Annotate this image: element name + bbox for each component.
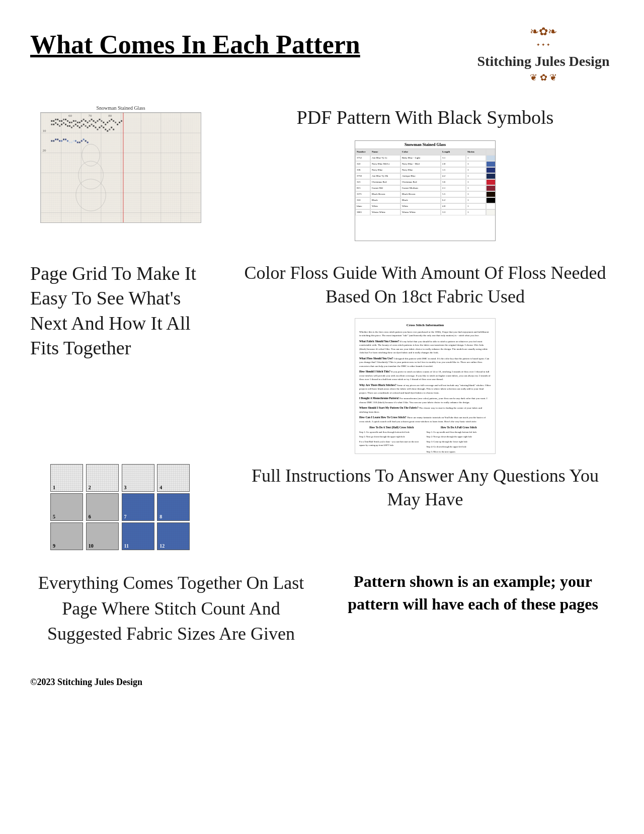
floss-length-4: 4.2 [441,173,466,179]
thumbnail-8: 8 [157,493,190,521]
floss-skeins-8: 1 [466,197,486,203]
info-para-5: Why Are There Black Stitches? Some of my… [359,383,491,395]
floss-name-2: Navy Blue Md Lt [370,161,400,167]
thumbnail-12: 12 [157,522,190,550]
floss-num-2: 322 [355,161,370,167]
info-title: Cross Stitch Information [359,323,491,328]
floss-length-3: 1.5 [441,167,466,173]
cross-stitch-pattern-svg: 60 70 80 10 20 [40,112,201,223]
col-header-color: Color [400,149,441,155]
floss-length-1: 3.1 [441,155,466,161]
full-step-4: Step 4: Go down through the upper left h… [427,445,492,449]
floss-name-1: Ant Blue Vy Lt [370,155,400,161]
floss-length-2: 2.8 [441,161,466,167]
logo-text: Stitching Jules Design [473,52,614,70]
svg-text:❦ ✿ ❦: ❦ ✿ ❦ [530,72,557,83]
bottom-section: Everything Comes Together On Last Page W… [30,570,614,646]
floss-swatch-2 [486,161,496,167]
tent-step-2: Step 2: Next go down through the upper r… [359,435,424,439]
floss-guide-title: Color Floss Guide With Amount Of Floss N… [236,261,614,309]
floss-guide-area: Color Floss Guide With Amount Of Floss N… [221,251,614,454]
thumbnail-pattern-6 [87,494,118,520]
floss-num-4: 3750 [355,173,370,179]
floss-color-1: Baby Blue - Light [400,155,441,161]
info-para-6: I Bought A Monochrome Pattern! For monoc… [359,396,491,404]
col-header-number: Number [355,149,370,155]
full-step-3: Step 3: Come up through the lower right … [427,440,492,444]
thumbnail-pattern-5 [51,494,83,520]
floss-length-9: 4.8 [441,203,466,209]
floss-skeins-3: 1 [466,167,486,173]
thumbnail-5: 5 [50,493,83,521]
floss-name-10: Winter White [370,209,400,215]
floss-num-8: 310 [355,197,370,203]
floss-swatch-6 [486,185,496,191]
floss-skeins-2: 1 [466,161,486,167]
stitch-count-area: Everything Comes Together On Last Page W… [30,570,312,646]
thumbnail-10: 10 [86,522,119,550]
thumbnail-num-4: 4 [159,485,162,490]
footer: ©2023 Stitching Jules Design [30,667,614,688]
floss-num-9: blanc [355,203,370,209]
col-header-swatch [486,149,496,155]
thumbnail-7: 7 [122,493,154,521]
thumbnail-4: 4 [157,464,190,492]
pdf-pattern-title: PDF Pattern With Black Symbols [236,105,614,130]
cross-stitch-info-container: Cross Stitch Information Whether this is… [236,318,614,454]
thumbnail-pattern-2 [87,465,118,491]
floss-num-6: 815 [355,185,370,191]
thumbnail-num-3: 3 [124,485,127,490]
floss-skeins-9: 1 [466,203,486,209]
floss-color-2: Navy Blue - Med [400,161,441,167]
floss-swatch-8 [486,197,496,203]
row-floss-guide: Page Grid To Make It Easy To See What's … [30,251,614,454]
svg-text:70: 70 [89,114,92,117]
floss-skeins-5: 1 [466,179,486,185]
floss-name-4: Ant Blue Vy Dk [370,173,400,179]
floss-length-5: 3.6 [441,179,466,185]
thumbnail-num-6: 6 [89,514,91,519]
row-pdf-pattern: Snowman Stained Glass [30,105,614,241]
floss-swatch-4 [486,173,496,179]
svg-text:60: 60 [68,114,72,117]
floss-color-4: Antique Blue [400,173,441,179]
thumbnails-grid: 1 2 3 4 5 [50,464,191,550]
page-title: What Comes In Each Pattern [30,20,360,59]
floss-color-6: Garnet Medium [400,185,441,191]
floss-skeins-1: 1 [466,155,486,161]
floss-table-inner: Number Name Color Length Skeins 3752 Ant… [355,149,495,215]
floss-swatch-9 [486,203,496,209]
floss-color-9: White [400,203,441,209]
floss-skeins-10: 1 [466,209,486,215]
floss-num-5: 321 [355,179,370,185]
floss-name-6: Garnet Md [370,185,400,191]
header: What Comes In Each Pattern ❧✿❧ ✦ ✦ ✦ Sti… [30,20,614,90]
col-header-length: Length [441,149,466,155]
floss-table-container: Snowman Stained Glass Number Name Color … [236,140,614,241]
tent-stitch-title: How To Do A Tent (Half) Cross Stitch [359,425,424,429]
floss-num-3: 336 [355,167,370,173]
cross-stitch-info-mockup: Cross Stitch Information Whether this is… [355,318,496,454]
info-para-8: How Can I Learn How To Cross Stitch? The… [359,415,491,423]
logo-flourish-svg: ❧✿❧ ✦ ✦ ✦ [503,20,584,50]
thumbnail-pattern-7 [122,494,154,520]
floss-name-3: Navy Blue [370,167,400,173]
floss-color-5: Christmas Red [400,179,441,185]
floss-swatch-10 [486,209,496,215]
thumbnail-pattern-1 [51,465,83,491]
tent-stitch-instructions: How To Do A Tent (Half) Cross Stitch Ste… [359,425,424,454]
tent-step-1: Step 1: Go up needle and floss through b… [359,431,424,434]
thumbnails-area: 1 2 3 4 5 [30,464,221,550]
thumbnail-6: 6 [86,493,119,521]
floss-skeins-6: 1 [466,185,486,191]
floss-length-7: 5.5 [441,191,466,197]
page-wrapper: What Comes In Each Pattern ❧✿❧ ✦ ✦ ✦ Sti… [0,0,644,834]
logo-bottom-flourish: ❦ ✿ ❦ [508,70,579,88]
floss-name-9: White [370,203,400,209]
thumbnail-1: 1 [50,464,83,492]
thumbnail-num-5: 5 [53,514,55,519]
thumbnail-9: 9 [50,522,83,550]
thumbnail-num-1: 1 [53,485,55,490]
pattern-image-area: Snowman Stained Glass [30,105,221,223]
floss-name-5: Christmas Red [370,179,400,185]
